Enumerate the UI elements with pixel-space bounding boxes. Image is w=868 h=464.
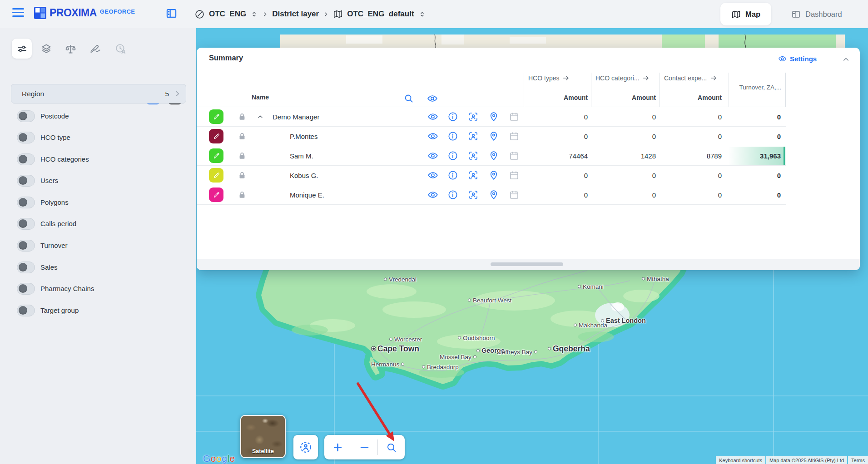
lock-icon[interactable] bbox=[238, 132, 247, 141]
calendar-icon[interactable] bbox=[509, 111, 520, 122]
info-icon[interactable] bbox=[447, 131, 458, 142]
filter-toggle-sales[interactable]: Sales bbox=[17, 261, 58, 273]
terms-link[interactable]: Terms bbox=[848, 456, 868, 464]
city-marker-icon bbox=[422, 365, 425, 369]
toggle-switch[interactable] bbox=[17, 283, 35, 295]
lock-icon[interactable] bbox=[238, 112, 247, 121]
satellite-toggle-button[interactable]: Satellite bbox=[240, 415, 286, 458]
toggle-switch[interactable] bbox=[17, 218, 35, 230]
filter-region-row[interactable]: Region 5 bbox=[11, 84, 186, 104]
toggle-switch[interactable] bbox=[17, 240, 35, 252]
location-pin-icon[interactable] bbox=[488, 150, 499, 161]
calendar-icon[interactable] bbox=[509, 131, 520, 142]
map-canvas[interactable]: Vredendal Beaufort West Komani Mthatha E… bbox=[196, 28, 868, 464]
calendar-icon[interactable] bbox=[509, 189, 520, 200]
toggle-switch[interactable] bbox=[17, 262, 35, 273]
breadcrumb-section[interactable]: District layer bbox=[272, 10, 319, 19]
filter-toggle-hco-categories[interactable]: HCO categories bbox=[17, 153, 89, 165]
edit-color-button[interactable] bbox=[209, 188, 223, 202]
location-pin-icon[interactable] bbox=[488, 111, 499, 122]
toggle-switch[interactable] bbox=[17, 197, 35, 208]
tool-tab-layers[interactable] bbox=[36, 39, 56, 59]
zoom-out-button[interactable] bbox=[351, 435, 378, 459]
settings-button[interactable]: Settings bbox=[778, 54, 817, 63]
lock-icon[interactable] bbox=[238, 190, 247, 199]
toggle-switch[interactable] bbox=[17, 110, 35, 122]
info-icon[interactable] bbox=[447, 189, 458, 200]
filter-toggle-polygons[interactable]: Polygons bbox=[17, 196, 69, 208]
focus-user-icon[interactable] bbox=[468, 150, 479, 161]
hamburger-menu-icon[interactable] bbox=[12, 8, 24, 18]
filter-toggle-calls-period[interactable]: Calls period bbox=[17, 217, 76, 230]
location-pin-icon[interactable] bbox=[488, 189, 499, 200]
toggle-switch[interactable] bbox=[17, 305, 35, 316]
eye-icon[interactable] bbox=[427, 170, 438, 181]
panel-collapse-chevron-icon[interactable] bbox=[842, 55, 850, 64]
filter-toggle-postcode[interactable]: Postcode bbox=[17, 110, 69, 122]
tool-tab-history[interactable] bbox=[110, 39, 130, 59]
horizontal-scrollbar[interactable] bbox=[491, 262, 563, 266]
info-icon[interactable] bbox=[447, 150, 458, 161]
location-pin-icon[interactable] bbox=[488, 170, 499, 181]
city-label: Mossel Bay bbox=[440, 354, 476, 360]
locate-me-button[interactable] bbox=[293, 435, 318, 459]
edit-color-button[interactable] bbox=[209, 168, 223, 183]
focus-user-icon[interactable] bbox=[468, 189, 479, 200]
toggle-switch[interactable] bbox=[17, 132, 35, 143]
focus-user-icon[interactable] bbox=[468, 131, 479, 142]
tab-map[interactable]: Map bbox=[720, 3, 771, 25]
city-marker-icon bbox=[389, 338, 392, 341]
focus-user-icon[interactable] bbox=[468, 111, 479, 122]
tool-tab-filters[interactable] bbox=[12, 39, 32, 59]
column-group-hco-types[interactable]: HCO types bbox=[528, 74, 570, 83]
view-selector-icon[interactable] bbox=[418, 10, 426, 18]
keyboard-shortcuts-link[interactable]: Keyboard shortcuts bbox=[716, 456, 765, 464]
city-label: Gqeberha bbox=[548, 344, 590, 354]
pencil-icon bbox=[213, 172, 220, 179]
column-group-hco-categories[interactable]: HCO categori... bbox=[595, 74, 650, 83]
focus-user-icon[interactable] bbox=[468, 170, 479, 181]
info-icon[interactable] bbox=[447, 111, 458, 122]
row-name: Demo Manager bbox=[273, 107, 319, 127]
city-marker-icon bbox=[534, 350, 537, 354]
breadcrumb-project[interactable]: OTC_ENG bbox=[209, 10, 246, 19]
lock-icon[interactable] bbox=[238, 171, 247, 180]
calendar-icon[interactable] bbox=[509, 170, 520, 181]
filter-toggle-hco-type[interactable]: HCO type bbox=[17, 131, 70, 143]
filter-toggle-turnover[interactable]: Turnover bbox=[17, 239, 67, 252]
region-label: Region bbox=[22, 90, 165, 98]
visibility-all-eye-icon[interactable] bbox=[427, 93, 438, 104]
column-group-contact[interactable]: Contact expe... bbox=[664, 74, 717, 83]
map-search-button[interactable] bbox=[378, 435, 405, 459]
cell-contact: 0 bbox=[660, 166, 722, 185]
sidebar-toggle-icon[interactable] bbox=[165, 7, 178, 20]
location-pin-icon[interactable] bbox=[488, 131, 499, 142]
toggle-switch[interactable] bbox=[17, 175, 35, 187]
filter-toggle-pharmacy-chains[interactable]: Pharmacy Chains bbox=[17, 282, 94, 295]
eye-icon[interactable] bbox=[427, 111, 438, 122]
collapse-chevron-icon[interactable] bbox=[257, 113, 264, 120]
map-data-credit: Map data ©2025 AfriGIS (Pty) Ltd bbox=[766, 456, 847, 464]
lock-icon[interactable] bbox=[238, 151, 247, 160]
tab-dashboard[interactable]: Dashboard bbox=[791, 3, 842, 25]
eye-icon[interactable] bbox=[427, 150, 438, 161]
calendar-icon[interactable] bbox=[509, 150, 520, 161]
table-row: P.Montes 0 0 0 0 bbox=[197, 127, 786, 146]
column-turnover-header[interactable]: Turnover, ZA,... bbox=[729, 84, 781, 91]
eye-icon[interactable] bbox=[427, 189, 438, 200]
tool-tab-highlighter[interactable] bbox=[85, 39, 105, 59]
zoom-in-button[interactable] bbox=[324, 435, 351, 459]
breadcrumb-view[interactable]: OTC_ENG_default bbox=[347, 10, 414, 19]
filter-toggle-target-group[interactable]: Target group bbox=[17, 304, 79, 316]
edit-color-button[interactable] bbox=[209, 129, 223, 143]
eye-icon[interactable] bbox=[427, 131, 438, 142]
edit-color-button[interactable] bbox=[209, 148, 223, 163]
info-icon[interactable] bbox=[447, 170, 458, 181]
project-selector-icon[interactable] bbox=[250, 10, 258, 18]
toggle-switch[interactable] bbox=[17, 153, 35, 165]
arrow-right-icon bbox=[562, 74, 570, 82]
filter-toggle-users[interactable]: Users bbox=[17, 174, 58, 187]
edit-color-button[interactable] bbox=[209, 109, 223, 124]
search-icon[interactable] bbox=[403, 93, 414, 104]
tool-tab-compare[interactable] bbox=[60, 39, 80, 59]
